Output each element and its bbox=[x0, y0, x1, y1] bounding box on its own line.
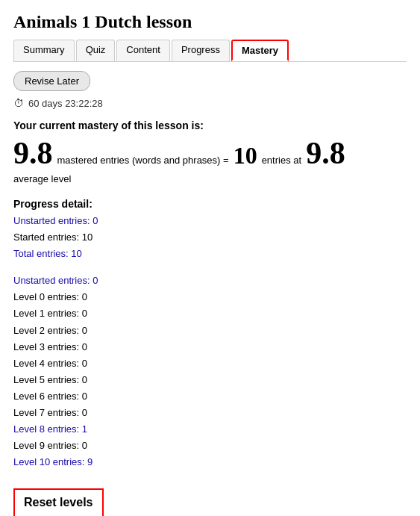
level-9: Level 9 entries: 0 bbox=[13, 438, 407, 454]
page-title: Animals 1 Dutch lesson bbox=[13, 12, 407, 32]
reset-levels-box: Reset levels ↻ Reset levels bbox=[13, 488, 104, 516]
tab-progress[interactable]: Progress bbox=[172, 40, 230, 61]
progress-section: Progress detail: Unstarted entries: 0 St… bbox=[13, 198, 407, 262]
level-unstarted[interactable]: Unstarted entries: 0 bbox=[13, 273, 407, 289]
level-1: Level 1 entries: 0 bbox=[13, 305, 407, 322]
timer-row: ⏱ 60 days 23:22:28 bbox=[13, 97, 407, 109]
progress-title: Progress detail: bbox=[13, 198, 407, 210]
mastery-score-row: 9.8 mastered entries (words and phrases)… bbox=[13, 137, 407, 184]
level-0: Level 0 entries: 0 bbox=[13, 289, 407, 305]
tab-summary[interactable]: Summary bbox=[13, 40, 75, 61]
progress-unstarted[interactable]: Unstarted entries: 0 bbox=[13, 213, 407, 229]
mastery-entries-number: 10 bbox=[233, 143, 257, 167]
timer-value: 60 days 23:22:28 bbox=[28, 98, 103, 109]
revise-later-button[interactable]: Revise Later bbox=[13, 71, 90, 91]
mastery-text-1: mastered entries (words and phrases) = bbox=[57, 155, 229, 166]
mastery-big-number: 9.8 bbox=[13, 137, 53, 169]
mastery-text-3: average level bbox=[13, 173, 71, 184]
level-7: Level 7 entries: 0 bbox=[13, 405, 407, 421]
tab-quiz[interactable]: Quiz bbox=[76, 40, 116, 61]
levels-section: Unstarted entries: 0 Level 0 entries: 0 … bbox=[13, 273, 407, 470]
level-4: Level 4 entries: 0 bbox=[13, 355, 407, 372]
mastery-text-2: entries at bbox=[262, 155, 301, 166]
level-2: Level 2 entries: 0 bbox=[13, 323, 407, 339]
mastery-avg-number: 9.8 bbox=[306, 137, 345, 169]
progress-total[interactable]: Total entries: 10 bbox=[13, 246, 407, 262]
tab-bar: Summary Quiz Content Progress Mastery bbox=[13, 40, 407, 62]
reset-title: Reset levels bbox=[24, 496, 93, 509]
tab-mastery[interactable]: Mastery bbox=[231, 40, 289, 61]
tab-content[interactable]: Content bbox=[116, 40, 170, 61]
progress-started: Started entries: 10 bbox=[13, 229, 407, 246]
mastery-label: Your current mastery of this lesson is: bbox=[13, 119, 407, 131]
level-6: Level 6 entries: 0 bbox=[13, 388, 407, 405]
level-8[interactable]: Level 8 entries: 1 bbox=[13, 421, 407, 438]
level-10[interactable]: Level 10 entries: 9 bbox=[13, 454, 407, 470]
level-5: Level 5 entries: 0 bbox=[13, 372, 407, 388]
level-3: Level 3 entries: 0 bbox=[13, 339, 407, 355]
clock-icon: ⏱ bbox=[13, 97, 24, 109]
